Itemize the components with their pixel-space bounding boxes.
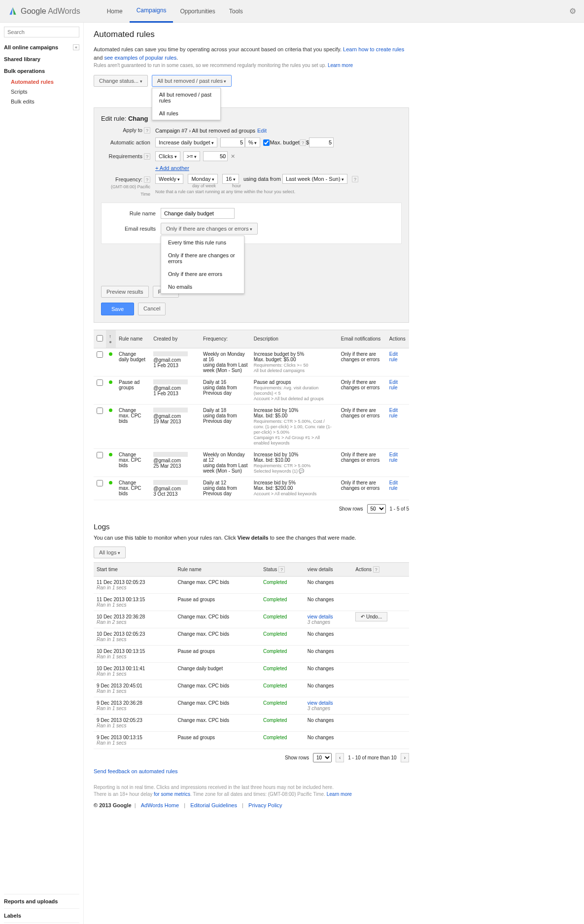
sort-col[interactable]: ↑ ● [106, 330, 116, 348]
add-another-link[interactable]: + Add another [155, 165, 189, 171]
col-created[interactable]: Created by [150, 330, 200, 348]
max-budget-input[interactable] [309, 137, 334, 147]
freq-period-select[interactable]: Weekly [155, 174, 183, 184]
metrics-link[interactable]: for some metrics [154, 791, 190, 797]
cell-details: No changes [305, 593, 352, 611]
learn-more-link[interactable]: Learn more [328, 63, 353, 68]
cell-time: 11 Dec 2013 00:13:15Ran in 1 secs [94, 593, 174, 611]
search-input[interactable] [4, 27, 79, 37]
cell-status: Completed [260, 680, 305, 697]
help-icon[interactable]: ? [352, 176, 358, 182]
log-col-rule[interactable]: Rule name [174, 562, 260, 576]
privacy-link[interactable]: Privacy Policy [248, 802, 282, 808]
email-opt-3[interactable]: No emails [161, 280, 244, 293]
change-status-button[interactable]: Change status... [94, 75, 148, 87]
edit-rule-link[interactable]: Edit rule [389, 480, 398, 491]
next-page-icon[interactable]: › [401, 753, 409, 762]
edit-rule-link[interactable]: Edit rule [389, 408, 398, 418]
rows-select[interactable]: 50 [367, 504, 386, 513]
apply-edit-link[interactable]: Edit [257, 128, 267, 134]
filter-opt-1[interactable]: All rules [152, 107, 220, 120]
save-button[interactable]: Save [101, 303, 134, 315]
max-budget-checkbox[interactable] [263, 139, 270, 146]
help-icon[interactable]: ? [278, 566, 285, 573]
edit-rule-link[interactable]: Edit rule [389, 351, 398, 362]
col-freq[interactable]: Frequency: [200, 330, 251, 348]
row-checkbox[interactable] [97, 408, 103, 414]
learn-more-footer[interactable]: Learn more [327, 791, 352, 797]
view-details-link[interactable]: view details [308, 700, 333, 706]
logs-rows-select[interactable]: 10 [313, 753, 332, 762]
email-results-select[interactable]: Only if there are changes or errors [161, 223, 258, 235]
sidebar-item-bulk-edits[interactable]: Bulk edits [4, 97, 79, 106]
editorial-link[interactable]: Editorial Guidelines [190, 802, 237, 808]
nav-tools[interactable]: Tools [222, 0, 250, 23]
select-all-checkbox[interactable] [97, 335, 103, 342]
help-icon[interactable]: ? [144, 153, 150, 160]
gear-icon[interactable]: ⚙ [569, 6, 576, 16]
freq-day-select[interactable]: Monday [188, 174, 218, 184]
logs-table: Start time Rule name Status ? view detai… [94, 562, 409, 749]
col-notif[interactable]: Email notifications [338, 330, 386, 348]
sidebar-shared-library[interactable]: Shared library [4, 53, 79, 65]
sidebar-labels[interactable]: Labels [4, 908, 79, 923]
log-col-details[interactable]: view details [305, 562, 352, 576]
help-icon[interactable]: ? [300, 139, 306, 146]
remove-icon[interactable]: ✕ [231, 153, 235, 160]
sidebar-item-automated-rules[interactable]: Automated rules [4, 77, 79, 87]
freq-hour-select[interactable]: 16 [222, 174, 239, 184]
collapse-icon[interactable]: « [73, 44, 79, 50]
sidebar-bulk-ops[interactable]: Bulk operations [4, 65, 79, 77]
row-checkbox[interactable] [97, 480, 103, 486]
feedback-link[interactable]: Send feedback on automated rules [94, 768, 178, 774]
sidebar-reports[interactable]: Reports and uploads [4, 894, 79, 908]
prev-page-icon[interactable]: ‹ [336, 753, 344, 762]
req-metric-select[interactable]: Clicks [155, 151, 180, 161]
intro-text: Automated rules can save you time by ope… [94, 45, 409, 62]
action-unit-select[interactable]: % [245, 137, 260, 147]
row-checkbox[interactable] [97, 452, 103, 458]
undo-button[interactable]: ↶ Undo... [355, 612, 387, 621]
preview-results-button[interactable]: Preview results [101, 286, 149, 298]
col-desc[interactable]: Description [251, 330, 338, 348]
cancel-button[interactable]: Cancel [138, 303, 166, 315]
action-value-input[interactable] [220, 137, 245, 147]
filter-dropdown[interactable]: All but removed / past rules [152, 75, 232, 87]
logs-filter[interactable]: All logs [94, 547, 126, 558]
show-rows-label: Show rows [339, 506, 363, 512]
help-icon[interactable]: ? [144, 127, 150, 134]
adwords-home-link[interactable]: AdWords Home [141, 802, 179, 808]
req-value-input[interactable] [203, 151, 228, 161]
logo[interactable]: Google Google AdWordsAdWords [8, 6, 80, 16]
learn-create-link[interactable]: Learn how to create rules [343, 46, 404, 52]
filter-opt-0[interactable]: All but removed / past rules [152, 88, 220, 107]
examples-link[interactable]: see examples of popular rules [104, 55, 176, 61]
nav-opportunities[interactable]: Opportunities [173, 0, 222, 23]
help-icon[interactable]: ? [144, 176, 150, 183]
freq-range-select[interactable]: Last week (Mon - Sun) [282, 174, 347, 184]
log-col-time[interactable]: Start time [94, 562, 174, 576]
cell-time: 10 Dec 2013 00:11:41Ran in 1 secs [94, 662, 174, 680]
col-rule-name[interactable]: Rule name [116, 330, 150, 348]
rule-name-input[interactable] [161, 208, 235, 219]
edit-rule-link[interactable]: Edit rule [389, 452, 398, 463]
row-checkbox[interactable] [97, 379, 103, 386]
cell-actions [352, 697, 409, 714]
help-icon[interactable]: ? [373, 566, 379, 573]
email-opt-0[interactable]: Every time this rule runs [161, 236, 244, 249]
row-checkbox[interactable] [97, 351, 103, 358]
edit-rule-link[interactable]: Edit rule [389, 379, 398, 390]
email-opt-1[interactable]: Only if there are changes or errors [161, 249, 244, 268]
sidebar-all-campaigns[interactable]: All online campaigns« [4, 41, 79, 53]
nav-home[interactable]: Home [100, 0, 130, 23]
col-actions[interactable]: Actions [386, 330, 409, 348]
log-col-status[interactable]: Status ? [260, 562, 305, 576]
action-select[interactable]: Increase daily budget [155, 137, 217, 147]
view-details-link[interactable]: view details [308, 614, 333, 619]
freq-label: Frequency: [115, 176, 142, 182]
nav-campaigns[interactable]: Campaigns [130, 0, 173, 23]
sidebar-item-scripts[interactable]: Scripts [4, 87, 79, 97]
req-op-select[interactable]: >= [183, 151, 200, 161]
log-col-actions[interactable]: Actions ? [352, 562, 409, 576]
email-opt-2[interactable]: Only if there are errors [161, 268, 244, 280]
